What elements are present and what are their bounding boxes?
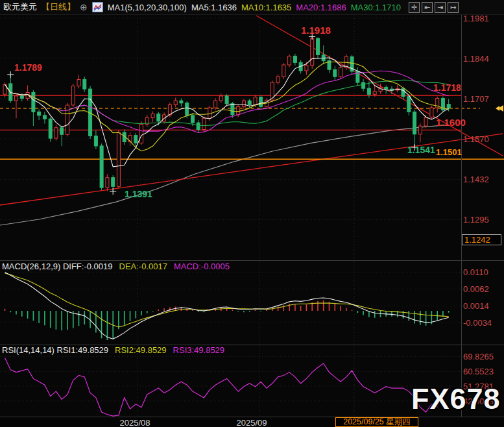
macd-dea-value: DEA:-0.0017 bbox=[119, 262, 167, 271]
chart-type-icon[interactable] bbox=[92, 2, 103, 12]
chart-canvas[interactable] bbox=[0, 0, 504, 427]
price-alert-label: 1.1242 bbox=[462, 234, 501, 245]
rsi-axis-tick: 69.8265 bbox=[463, 352, 503, 361]
rsi-axis-tick: 60.5523 bbox=[463, 367, 503, 376]
pan-left-icon[interactable]: ⇤ bbox=[422, 2, 433, 13]
watermark: FX678 bbox=[411, 382, 501, 416]
price-axis-tick: 1.1707 bbox=[463, 94, 503, 104]
price-axis-tick: 1.1844 bbox=[463, 54, 503, 64]
symbol-name: 欧元美元 bbox=[3, 1, 37, 13]
price-marker-label: 1.1541 bbox=[407, 145, 435, 155]
rsi1-value: RSI(14,14,14) RSI1:49.8529 bbox=[2, 345, 108, 355]
macd-axis-tick: 0.0014 bbox=[463, 301, 503, 311]
macd-axis-tick: 0.0062 bbox=[463, 284, 503, 294]
time-axis[interactable]: 2025/08 2025/09 2025/09/25 星期四 bbox=[0, 417, 504, 427]
price-axis-tick: 1.1570 bbox=[463, 134, 503, 144]
shift-right-icon[interactable]: ↦ bbox=[448, 2, 459, 13]
period-label: 【日线】 bbox=[42, 1, 75, 13]
macd-header: MACD(26,12,9) DIFF:-0.0019 DEA:-0.0017 M… bbox=[2, 262, 230, 271]
macd-macd-value: MACD:-0.0005 bbox=[174, 262, 230, 271]
price-axis-tick: 1.1432 bbox=[463, 175, 503, 184]
chart-toolbar: ✛ ⇤ ⇥ ↦ bbox=[409, 2, 459, 13]
price-marker-label: 1.1789 bbox=[14, 62, 42, 73]
time-axis-label-aug: 2025/08 bbox=[109, 418, 161, 427]
ma5-value: MA5:1.1636 bbox=[191, 3, 237, 12]
macd-axis-tick: -0.0034 bbox=[463, 318, 503, 328]
price-axis-tick: 1.1295 bbox=[463, 215, 503, 225]
ma10-value: MA10:1.1635 bbox=[241, 3, 291, 12]
price-axis-tick: 1.1981 bbox=[463, 14, 503, 23]
crosshair-icon[interactable]: ✛ bbox=[409, 2, 420, 13]
rsi2-value: RSI2:49.8529 bbox=[115, 345, 167, 355]
macd-axis-tick: 0.0110 bbox=[463, 267, 503, 277]
price-marker-label: 1.1918 bbox=[301, 25, 331, 36]
price-marker-label: 1.1600 bbox=[436, 117, 466, 128]
price-marker-label: 1.1501 bbox=[436, 147, 462, 157]
price-marker-label: 1.1391 bbox=[125, 189, 152, 199]
ma20-value: MA20:1.1686 bbox=[296, 3, 346, 12]
selected-date-label: 2025/09/25 星期四 bbox=[335, 417, 418, 427]
ma30-value: MA30:1.1710 bbox=[351, 3, 401, 12]
time-axis-label-sep: 2025/09 bbox=[226, 418, 278, 427]
title-bar: 欧元美元 【日线】 ⊕ MA1(5,10,20,30,100) MA5:1.16… bbox=[0, 0, 504, 14]
zoom-out-icon[interactable]: ⊕ bbox=[80, 3, 88, 12]
macd-diff-value: MACD(26,12,9) DIFF:-0.0019 bbox=[2, 262, 113, 271]
ma-settings-label: MA1(5,10,20,30,100) bbox=[108, 3, 187, 12]
price-marker-label: 1.1718 bbox=[433, 82, 461, 93]
rsi3-value: RSI3:49.8529 bbox=[173, 345, 225, 355]
trading-chart-app: 欧元美元 【日线】 ⊕ MA1(5,10,20,30,100) MA5:1.16… bbox=[0, 0, 504, 427]
pan-right-icon[interactable]: ⇥ bbox=[435, 2, 446, 13]
rsi-header: RSI(14,14,14) RSI1:49.8529 RSI2:49.8529 … bbox=[2, 345, 224, 355]
